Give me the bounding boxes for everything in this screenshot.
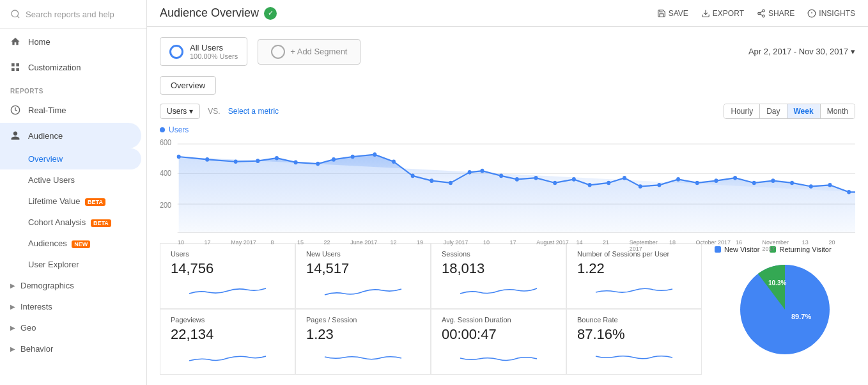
stat-avg-session-duration-label: Avg. Session Duration — [442, 316, 555, 324]
page-title-area: Audience Overview ✓ — [160, 6, 277, 20]
svg-point-57 — [828, 183, 832, 187]
sidebar-item-home[interactable]: Home — [0, 29, 146, 54]
sidebar-collapse-geo[interactable]: ▶ Geo — [0, 317, 146, 338]
svg-point-53 — [752, 181, 756, 185]
sidebar-sub-cohort-analysis[interactable]: Cohort Analysis BETA — [0, 212, 146, 233]
time-btn-day[interactable]: Day — [760, 104, 787, 118]
home-icon — [10, 36, 20, 47]
svg-point-34 — [411, 174, 415, 178]
svg-point-35 — [430, 178, 433, 183]
sidebar-collapse-demographics[interactable]: ▶ Demographics — [0, 275, 146, 296]
cohort-analysis-label: Cohort Analysis — [28, 217, 86, 227]
geo-label: Geo — [20, 323, 36, 333]
time-btn-hourly[interactable]: Hourly — [724, 104, 760, 118]
sidebar-item-audience[interactable]: Audience — [0, 123, 141, 148]
svg-point-30 — [332, 157, 336, 162]
home-label: Home — [28, 37, 50, 47]
sidebar-item-customization[interactable]: Customization — [0, 54, 146, 80]
stats-and-pie: Users 14,756 New Users 14,517 Sessions 1… — [160, 243, 855, 375]
top-bar-actions: SAVE EXPORT SHARE INSIGHTS — [657, 9, 855, 18]
share-label: SHARE — [768, 9, 794, 18]
lifetime-value-badge: BETA — [85, 198, 105, 206]
stat-users-sparkline — [171, 281, 284, 300]
customization-label: Customization — [28, 63, 81, 72]
time-btn-week[interactable]: Week — [787, 104, 821, 118]
user-explorer-label: User Explorer — [28, 260, 79, 269]
stat-avg-session-duration-sparkline — [442, 347, 555, 366]
time-btn-month[interactable]: Month — [821, 104, 855, 118]
save-button[interactable]: SAVE — [657, 9, 688, 18]
search-icon — [10, 9, 20, 19]
stats-grid: Users 14,756 New Users 14,517 Sessions 1… — [160, 243, 702, 375]
metric-dropdown[interactable]: Users ▾ — [160, 104, 200, 119]
sidebar-collapse-interests[interactable]: ▶ Interests — [0, 296, 146, 317]
search-bar[interactable]: Search reports and help — [0, 0, 146, 29]
segment-info: All Users 100.00% Users — [190, 43, 238, 60]
grid-icon — [10, 62, 20, 72]
add-segment-button[interactable]: + Add Segment — [258, 39, 360, 65]
svg-text:200: 200 — [160, 201, 171, 209]
stat-pageviews-label: Pageviews — [171, 316, 284, 324]
chevron-right-icon: ▶ — [10, 282, 15, 289]
svg-point-45 — [607, 181, 610, 185]
insights-button[interactable]: INSIGHTS — [807, 9, 855, 18]
svg-point-28 — [294, 161, 298, 165]
sidebar-collapse-behavior[interactable]: ▶ Behavior — [0, 338, 146, 359]
sidebar-sub-active-users[interactable]: Active Users — [0, 169, 146, 191]
segment-left: All Users 100.00% Users + Add Segment — [160, 37, 360, 66]
sidebar-sub-lifetime-value[interactable]: Lifetime Value BETA — [0, 191, 146, 212]
stat-pageviews-sparkline — [171, 347, 284, 366]
svg-point-10 — [763, 15, 765, 17]
pie-chart-svg: 89.7% 10.3% — [734, 258, 836, 361]
sidebar-item-realtime[interactable]: Real-Time — [0, 97, 146, 123]
stat-new-users-value: 14,517 — [306, 260, 420, 277]
svg-line-1 — [17, 16, 19, 18]
share-button[interactable]: SHARE — [757, 9, 794, 18]
lifetime-value-label: Lifetime Value — [28, 196, 80, 206]
vs-label: VS. — [208, 107, 220, 116]
interests-label: Interests — [20, 302, 52, 311]
svg-point-50 — [695, 181, 699, 185]
stat-users-value: 14,756 — [171, 260, 284, 277]
all-users-segment[interactable]: All Users 100.00% Users — [160, 37, 247, 66]
segment-bar: All Users 100.00% Users + Add Segment Ap… — [160, 37, 855, 66]
export-icon — [701, 9, 710, 18]
all-users-sub: 100.00% Users — [190, 52, 238, 60]
sidebar-sub-overview[interactable]: Overview — [0, 148, 141, 169]
add-segment-label: + Add Segment — [290, 47, 347, 56]
date-range-label: Apr 2, 2017 - Nov 30, 2017 — [748, 47, 848, 56]
date-range-selector[interactable]: Apr 2, 2017 - Nov 30, 2017 ▾ — [748, 47, 855, 56]
clock-icon — [10, 105, 20, 115]
stat-sessions-sparkline — [442, 281, 555, 300]
metric-label: Users — [167, 107, 187, 116]
export-button[interactable]: EXPORT — [701, 9, 744, 18]
chevron-right-icon-4: ▶ — [10, 345, 15, 352]
sidebar-sub-user-explorer[interactable]: User Explorer — [0, 254, 146, 275]
svg-text:600: 600 — [160, 139, 171, 147]
time-buttons: Hourly Day Week Month — [724, 104, 855, 119]
svg-point-40 — [515, 177, 519, 182]
chart-dot — [160, 127, 165, 132]
stat-new-users-sparkline — [306, 281, 420, 300]
svg-point-25 — [234, 159, 238, 164]
select-metric-link[interactable]: Select a metric — [228, 107, 279, 116]
svg-point-26 — [256, 159, 260, 163]
svg-point-58 — [847, 190, 851, 194]
stat-bounce-rate: Bounce Rate 87.16% — [566, 309, 702, 375]
content-area: All Users 100.00% Users + Add Segment Ap… — [147, 27, 868, 385]
demographics-label: Demographics — [20, 281, 74, 290]
metric-left: Users ▾ VS. Select a metric — [160, 104, 279, 119]
sidebar-sub-audiences[interactable]: Audiences NEW — [0, 233, 146, 254]
svg-point-54 — [771, 178, 775, 183]
svg-text:10.3%: 10.3% — [768, 279, 786, 287]
svg-text:400: 400 — [160, 169, 171, 177]
overview-tab[interactable]: Overview — [160, 76, 216, 95]
pie-area: New Visitor Returning Visitor — [715, 243, 855, 375]
svg-point-42 — [553, 181, 557, 185]
svg-point-0 — [12, 10, 19, 17]
stat-bounce-rate-value: 87.16% — [577, 326, 691, 343]
overview-sub-label: Overview — [28, 154, 63, 164]
stat-pageviews-value: 22,134 — [171, 326, 284, 343]
svg-point-36 — [449, 181, 453, 185]
insights-label: INSIGHTS — [819, 9, 855, 18]
